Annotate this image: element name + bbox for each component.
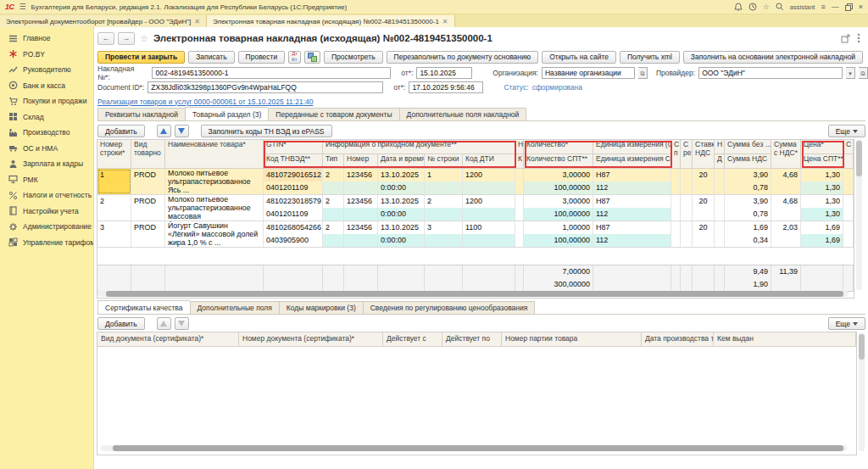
- col-incoming-lineno[interactable]: № строки: [425, 154, 463, 169]
- sidebar-item-tariff[interactable]: Управление тарифом: [0, 235, 93, 251]
- cell-qty[interactable]: 1,00000: [524, 221, 593, 234]
- col-vat-rate[interactable]: Ставк НДС: [693, 140, 715, 169]
- sidebar-item-taxes[interactable]: Налоги и отчетность: [0, 187, 93, 204]
- cert-col-0[interactable]: Вид документа (сертификата)*: [97, 332, 239, 346]
- cell-type[interactable]: 2: [323, 221, 344, 234]
- cell-price_spt[interactable]: 1,30: [801, 181, 843, 194]
- cell-empty[interactable]: [771, 208, 801, 221]
- cell-empty[interactable]: [671, 195, 681, 221]
- favorites-star-icon[interactable]: ☆: [763, 3, 770, 11]
- tab-waybill[interactable]: Электронная товарная накладная (исходяща…: [207, 15, 455, 27]
- col-sum-vat[interactable]: Сумма НДС: [725, 154, 771, 169]
- cell-dti[interactable]: 1100: [463, 221, 515, 234]
- fill-tnved-button[interactable]: Заполнить коды ТН ВЭД из ePASS: [201, 125, 332, 137]
- provider-input[interactable]: ООО "ЭДиН": [698, 67, 843, 79]
- table-more-button[interactable]: Еще: [828, 125, 865, 137]
- col-unit[interactable]: Единица измерения (ОК...: [593, 140, 671, 154]
- cell-sum_vat[interactable]: 0,34: [725, 234, 771, 247]
- cell-empty[interactable]: [771, 234, 801, 247]
- get-link-icon[interactable]: [841, 34, 850, 43]
- products-horizontal-scrollbar[interactable]: [97, 291, 849, 297]
- sidebar-item-rmk[interactable]: РМК: [0, 172, 93, 188]
- col-item-kind[interactable]: Вид товарно: [131, 140, 165, 169]
- document-id-input[interactable]: ZX38Jdli03k3298p1360PGv9n4WpaHaLFQQ: [147, 81, 383, 93]
- forward-button[interactable]: →: [118, 32, 135, 45]
- sidebar-item-book[interactable]: Настройки учета: [0, 204, 93, 220]
- cell-qty[interactable]: 3,00000: [524, 169, 593, 181]
- document-datetime-input[interactable]: 17.10.2025 9:56:46: [409, 81, 483, 93]
- col-gtin[interactable]: GTIN*: [264, 140, 323, 154]
- cell-date[interactable]: 13.10.2025: [378, 195, 425, 208]
- cell-unit[interactable]: H87: [593, 221, 671, 234]
- refill-from-basis-button[interactable]: Перезаполнить по документу основанию: [387, 51, 539, 64]
- col-clipped-3[interactable]: С п: [671, 140, 681, 169]
- doc-tab-3[interactable]: Дополнительные поля накладной: [399, 108, 527, 120]
- history-clock-icon[interactable]: [748, 3, 757, 11]
- back-button[interactable]: ←: [97, 32, 114, 45]
- provider-open-icon[interactable]: ⧉: [859, 67, 868, 79]
- cell-empty[interactable]: [715, 195, 725, 221]
- cell-qty_spt[interactable]: 100,00000: [524, 208, 593, 221]
- cell-empty[interactable]: [463, 234, 515, 247]
- cell-sum_with[interactable]: 2,03: [771, 221, 801, 234]
- sidebar-item-po-by[interactable]: PO.BY: [0, 47, 93, 63]
- cell-price_spt[interactable]: 1,69: [801, 234, 843, 247]
- cell-type[interactable]: 2: [323, 169, 344, 181]
- col-quantity[interactable]: Количество*: [524, 140, 593, 154]
- table-row[interactable]: 1PRODМолоко питьевое ультрапастеризованн…: [97, 169, 854, 195]
- cell-vat[interactable]: 20: [693, 221, 715, 234]
- cell-empty[interactable]: [843, 169, 854, 194]
- cell-sum_wo[interactable]: 3,90: [725, 195, 771, 208]
- view-button[interactable]: Просмотреть: [324, 51, 383, 64]
- col-incoming-doc-group[interactable]: Информация о приходном документе**: [323, 140, 515, 154]
- organization-input[interactable]: Название организации: [542, 67, 635, 79]
- tab-edo[interactable]: Электронный документооборот [провайдер -…: [0, 15, 207, 27]
- col-incoming-number[interactable]: Номер: [344, 154, 378, 169]
- cell-empty[interactable]: [681, 195, 693, 221]
- col-item-name[interactable]: Наименование товара*: [165, 140, 264, 169]
- cell-empty[interactable]: [425, 208, 463, 221]
- cell-type[interactable]: 2: [323, 195, 344, 208]
- bottom-add-button[interactable]: Добавить: [97, 317, 145, 330]
- panel-split-icon[interactable]: ≡: [821, 3, 825, 11]
- doc-tab-0[interactable]: Реквизиты накладной: [97, 108, 185, 120]
- cell-unit_spt[interactable]: 112: [593, 234, 671, 247]
- bottom-more-button[interactable]: Еще: [828, 317, 865, 330]
- cell-empty[interactable]: [344, 208, 378, 221]
- table-row[interactable]: 2PRODМолоко питьевое ультрапастеризованн…: [97, 195, 854, 221]
- bottom-move-up-button[interactable]: [157, 317, 171, 330]
- cell-empty[interactable]: [425, 181, 463, 194]
- main-menu-icon[interactable]: ☰: [19, 3, 26, 11]
- col-clipped-2[interactable]: К: [515, 154, 524, 169]
- cell-empty[interactable]: [715, 169, 725, 194]
- cert-col-3[interactable]: Действует по: [442, 332, 502, 346]
- cell-empty[interactable]: [344, 181, 378, 194]
- cert-col-1[interactable]: Номер документа (сертификата)*: [239, 332, 383, 346]
- cell-empty[interactable]: [323, 234, 344, 247]
- doc-tab-2[interactable]: Переданные с товаром документы: [268, 108, 398, 120]
- cell-unit[interactable]: H87: [593, 195, 671, 208]
- cell-qty_spt[interactable]: 100,00000: [524, 234, 593, 247]
- cell-sum_wo[interactable]: 1,69: [725, 221, 771, 234]
- favorite-star-icon[interactable]: ☆: [140, 33, 148, 44]
- sidebar-item-gear[interactable]: Администрирование: [0, 219, 93, 235]
- move-down-button[interactable]: [175, 125, 189, 137]
- dtkt-postings-button[interactable]: ДтКт: [288, 51, 301, 64]
- cell-time[interactable]: 0:00:00: [378, 234, 425, 247]
- cell-empty[interactable]: [515, 169, 524, 194]
- cell-num[interactable]: 1: [97, 169, 131, 194]
- close-button[interactable]: ×: [859, 3, 863, 11]
- minimize-button[interactable]: —: [832, 3, 839, 11]
- invoice-number-input[interactable]: 002-4819451350000-1: [152, 67, 391, 79]
- cell-empty[interactable]: [344, 234, 378, 247]
- basis-document-link[interactable]: Реализация товаров и услуг 0000-000061 о…: [97, 98, 313, 106]
- cell-empty[interactable]: [671, 221, 681, 247]
- move-up-button[interactable]: [157, 125, 171, 137]
- sidebar-item-menu[interactable]: Главное: [0, 31, 93, 47]
- cell-sum_with[interactable]: 4,68: [771, 195, 801, 208]
- col-clipped-6[interactable]: Д: [715, 154, 725, 169]
- bottom-tab-2[interactable]: Коды маркировки (3): [279, 301, 363, 314]
- cert-col-2[interactable]: Действует с: [383, 332, 442, 346]
- cell-empty[interactable]: [843, 221, 854, 247]
- col-unit-spt[interactable]: Единица измерения СПТ ...: [593, 154, 671, 169]
